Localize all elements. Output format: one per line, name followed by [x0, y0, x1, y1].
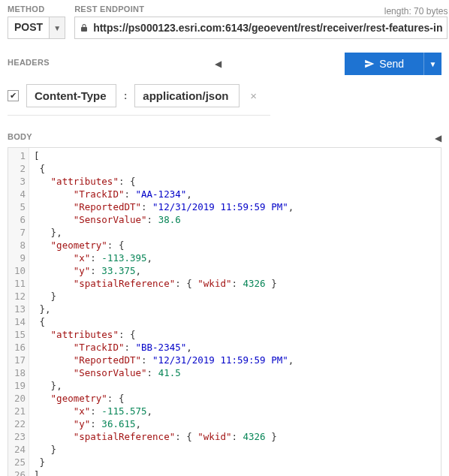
send-label: Send: [379, 58, 404, 70]
body-label: BODY: [8, 132, 32, 141]
send-caret-button[interactable]: ▼: [423, 53, 441, 75]
method-label: METHOD: [8, 5, 65, 14]
url-text: https://ps000123.esri.com:6143/geoevent/…: [93, 22, 442, 34]
header-enabled-checkbox[interactable]: ✔: [8, 90, 19, 101]
url-input[interactable]: https://ps000123.esri.com:6143/geoevent/…: [74, 17, 447, 39]
method-select[interactable]: POST ▼: [8, 17, 65, 39]
header-key-input[interactable]: Content-Type: [26, 84, 116, 107]
method-caret-button[interactable]: ▼: [49, 17, 65, 39]
line-gutter: 1234567891011121314151617181920212223242…: [8, 148, 29, 476]
body-editor[interactable]: 1234567891011121314151617181920212223242…: [8, 147, 441, 476]
endpoint-length: length: 70 bytes: [384, 6, 448, 17]
remove-header-icon[interactable]: ×: [247, 88, 260, 104]
method-value: POST: [8, 17, 49, 39]
header-colon: :: [124, 90, 127, 101]
endpoint-label: REST ENDPOINT: [74, 5, 144, 14]
lock-icon: [80, 23, 89, 32]
headers-label: HEADERS: [8, 58, 50, 67]
header-value-input[interactable]: application/json: [134, 84, 240, 107]
send-button[interactable]: Send: [345, 53, 423, 75]
header-row: ✔ Content-Type : application/json ×: [8, 84, 270, 116]
body-collapse-caret-icon[interactable]: ◀: [435, 133, 441, 143]
headers-collapse-caret-icon[interactable]: ◀: [215, 59, 221, 69]
send-icon: [364, 59, 375, 69]
code-area[interactable]: [ { "attributes": { "TrackID": "AA-1234"…: [29, 148, 441, 476]
